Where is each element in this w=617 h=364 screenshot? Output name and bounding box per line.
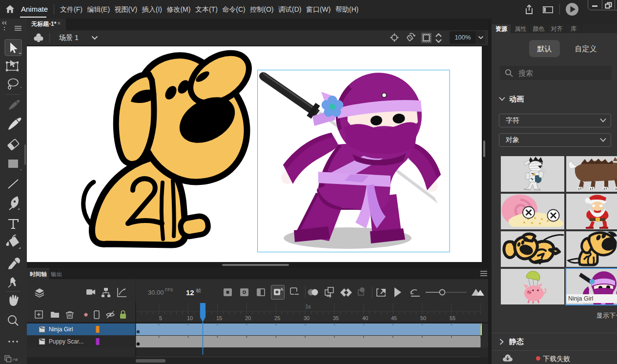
svg-text:Puppy Scar...: Puppy Scar...: [49, 338, 83, 345]
svg-text:10: 10: [187, 315, 193, 321]
svg-text:35: 35: [333, 315, 339, 321]
svg-text:1s: 1s: [306, 304, 311, 309]
svg-text:FPS: FPS: [165, 287, 173, 292]
svg-text:40: 40: [362, 315, 368, 321]
svg-text:Ninja Girl: Ninja Girl: [49, 326, 73, 333]
svg-text:时间轴: 时间轴: [30, 271, 47, 277]
svg-text:45: 45: [391, 315, 397, 321]
svg-text:55: 55: [450, 315, 455, 321]
svg-text:A: A: [280, 287, 284, 292]
svg-text:20: 20: [245, 315, 251, 321]
svg-text:15: 15: [216, 315, 222, 321]
svg-text:12: 12: [186, 288, 194, 297]
svg-text:50: 50: [420, 315, 426, 321]
svg-text:30.00: 30.00: [148, 289, 164, 296]
svg-text:25: 25: [274, 315, 280, 321]
svg-text:输出: 输出: [51, 271, 62, 277]
svg-text:30: 30: [304, 315, 309, 321]
svg-text:5: 5: [159, 315, 162, 321]
svg-text:帧: 帧: [196, 288, 201, 293]
